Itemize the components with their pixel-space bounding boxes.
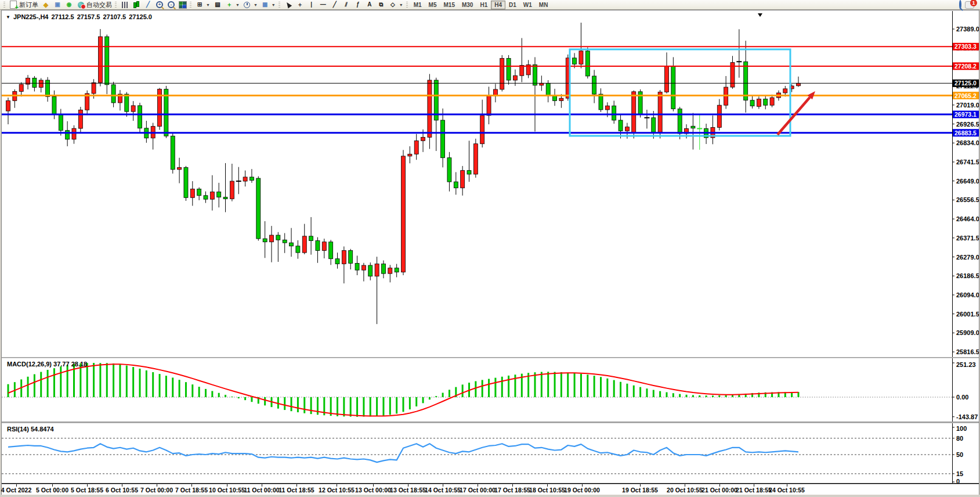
candle-body [414, 141, 418, 154]
candle-body [540, 83, 544, 85]
candle-body [678, 109, 682, 134]
timeframe-W1[interactable]: W1 [520, 1, 536, 9]
y-axis-tick-label: 26926.5 [956, 121, 979, 128]
indicators-button[interactable]: ＋▼ [223, 1, 241, 9]
vertical-line-tool-button[interactable]: | [306, 1, 317, 9]
tile-windows-icon [179, 1, 187, 9]
horizontal-line-tool-button[interactable]: — [317, 1, 329, 9]
timeframe-D1[interactable]: D1 [505, 1, 520, 9]
timeframe-M30[interactable]: M30 [458, 1, 476, 9]
timeframe-H1[interactable]: H1 [476, 1, 491, 9]
trendline-icon: ╱ [331, 1, 339, 9]
time-axis-label: 5 Oct 00:00 [36, 487, 68, 494]
candle-body [283, 240, 287, 243]
market-depth-button[interactable]: ◆ [40, 1, 52, 9]
main-price-chart[interactable]: 27389.027296.527204.027111.527019.026926… [2, 11, 979, 357]
timeframe-M15[interactable]: M15 [440, 1, 458, 9]
tile-windows-button[interactable] [177, 1, 189, 9]
timeframe-H4[interactable]: H4 [491, 1, 505, 9]
label-tool-button[interactable]: ⧉ [375, 1, 387, 9]
auto-trading-label: 自动交易 [86, 1, 112, 9]
shapes-tool-button[interactable]: ◇▼ [387, 1, 405, 9]
toolbar-grip[interactable] [3, 2, 5, 8]
timeframe-M5[interactable]: M5 [425, 1, 440, 9]
rsi-axis-label: 80 [956, 435, 963, 442]
rsi-line [8, 444, 798, 462]
notifications-button[interactable]: 1 [965, 1, 974, 9]
macd-panel[interactable]: 251.230.00-143.87MACD(12,26,9) 37.77 28.… [2, 358, 979, 422]
y-axis-tick-label: 26834.0 [956, 139, 979, 146]
toolbar-grip[interactable] [279, 2, 280, 8]
zoom-in-button[interactable]: + [154, 1, 165, 9]
price-level-badge-label: 27065.2 [954, 92, 977, 99]
text-tool-button[interactable]: A [364, 1, 375, 9]
candlestick-chart-button[interactable] [131, 1, 142, 9]
candle-body [658, 92, 662, 132]
candle-body [402, 156, 406, 272]
clock-icon [243, 1, 251, 9]
time-axis[interactable]: 4 Oct 20225 Oct 00:005 Oct 18:556 Oct 10… [2, 484, 979, 495]
candle-body [309, 236, 313, 241]
candle-body [461, 171, 465, 188]
candle-body [72, 128, 76, 139]
drawn-arrow[interactable] [778, 98, 810, 135]
line-chart-button[interactable]: ╱ [142, 1, 154, 9]
time-axis-label: 18 Oct 10:55 [529, 487, 565, 494]
price-level-badge-label: 27303.3 [954, 43, 977, 50]
crosshair-tool-button[interactable]: ＋ [294, 1, 306, 9]
y-axis-tick-label: 26371.5 [956, 235, 979, 242]
chevron-down-icon: ▼ [254, 3, 258, 7]
candle-body [171, 136, 175, 170]
channel-tool-button[interactable]: ⫽ [341, 1, 352, 9]
candle-body [612, 106, 616, 120]
candle-body [98, 37, 102, 82]
rsi-axis-label: 15 [956, 470, 963, 477]
label-icon: ⧉ [377, 1, 385, 9]
terminal-button[interactable]: ▣ [52, 1, 63, 9]
rsi-panel[interactable]: 1008050150RSI(14) 54.8474 [2, 423, 979, 484]
cursor-tool-button[interactable] [283, 1, 294, 9]
candle-body [32, 78, 37, 88]
candle-body [78, 110, 82, 128]
new-order-button[interactable]: 新订单 [8, 1, 40, 9]
candle-body [671, 66, 675, 109]
timeframe-M1[interactable]: M1 [410, 1, 425, 9]
macd-label: MACD(12,26,9) 37.77 28.18 [7, 361, 87, 368]
templates-button[interactable]: ▦▼ [259, 1, 277, 9]
y-axis-tick-label: 26464.0 [956, 215, 979, 222]
candle-body [467, 171, 471, 174]
search-button[interactable] [959, 1, 961, 8]
fibonacci-tool-button[interactable]: ƒ [352, 1, 364, 9]
auto-trading-button[interactable]: 自动交易 [75, 1, 114, 9]
signals-button[interactable]: ◉ [63, 1, 75, 9]
y-axis-tick-label: 25909.0 [956, 329, 979, 336]
chevron-down-icon[interactable]: ▼ [6, 15, 10, 20]
candle-body [223, 197, 227, 199]
profiles-button[interactable]: ▤ [212, 1, 223, 9]
zoom-out-button[interactable]: - [165, 1, 177, 9]
candle-body [513, 75, 517, 80]
toolbar-grip[interactable] [406, 2, 408, 8]
time-axis-label: 19 Oct 18:55 [622, 487, 658, 494]
candle-body [184, 167, 188, 197]
candle-body [632, 92, 636, 133]
new-order-label: 新订单 [19, 1, 38, 9]
candle-body [249, 177, 254, 181]
toolbar-grip[interactable] [115, 2, 117, 8]
timeframe-MN[interactable]: MN [536, 1, 552, 9]
candle-body [125, 94, 129, 111]
candle-body [329, 242, 333, 259]
toolbar-group-trade: 新订单 ◆ ▣ ◉ 自动交易 [2, 0, 114, 9]
toolbar-grip[interactable] [190, 2, 191, 8]
toolbar-group-windows: ⊞▼ ▤ ＋▼ ▼ ▦▼ [189, 0, 277, 9]
candle-body [270, 235, 274, 242]
time-axis-label: 7 Oct 00:00 [140, 487, 173, 494]
macd-axis-label: 251.23 [956, 361, 976, 368]
candle-body [316, 241, 320, 251]
trendline-tool-button[interactable]: ╱ [329, 1, 341, 9]
chart-shift-marker[interactable] [758, 13, 762, 17]
candle-body [230, 181, 234, 199]
new-chart-button[interactable]: ⊞▼ [194, 1, 212, 9]
periods-button[interactable]: ▼ [241, 1, 259, 9]
bar-chart-button[interactable] [119, 1, 131, 9]
